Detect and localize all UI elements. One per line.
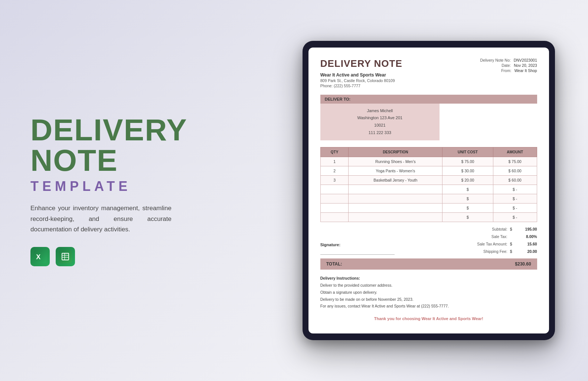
- signature-line: [320, 254, 395, 255]
- totals-right: Subtotal: $ 195.00 Sale Tax: 8.00% Sale …: [441, 226, 537, 255]
- left-panel: DELIVERY NOTE TEMPLATE Enhance your inve…: [16, 115, 270, 267]
- col-qty: QTY: [320, 147, 349, 157]
- item-unit-cost: $: [442, 203, 493, 212]
- shipping-value: 20.00: [515, 249, 537, 254]
- item-unit-cost: $ 30.00: [442, 166, 493, 175]
- item-description: Yoga Pants - Women's: [349, 166, 442, 175]
- item-unit-cost: $ 20.00: [442, 175, 493, 185]
- deliver-to-body: James Michell Washington 123 Ave 201 100…: [320, 104, 440, 140]
- subtotal-value: 195.00: [515, 227, 537, 231]
- tablet-frame: DELIVERY NOTE Wear It Active and Sports …: [303, 41, 555, 341]
- item-qty: [320, 212, 349, 222]
- deliver-to-section: DELIVER TO: James Michell Washington 123…: [320, 95, 537, 140]
- signature-block: Signature:: [320, 242, 395, 255]
- instructions-title: Delivery Instructions:: [320, 275, 537, 282]
- from-label: From:: [501, 68, 511, 73]
- company-name: Wear It Active and Sports Wear: [320, 72, 402, 78]
- item-amount: $ -: [493, 185, 537, 194]
- date-label: Date:: [502, 63, 511, 68]
- col-description: DESCRIPTION: [349, 147, 442, 157]
- deliver-to-header: DELIVER TO:: [320, 95, 537, 104]
- sale-tax-amount-dollar: $: [507, 242, 515, 246]
- table-row: 3 Basketball Jersey - Youth $ 20.00 $ 60…: [320, 175, 537, 185]
- item-description: Basketball Jersey - Youth: [349, 175, 442, 185]
- table-row: $ $ -: [320, 212, 537, 222]
- table-row: $ $ -: [320, 185, 537, 194]
- item-description: [349, 185, 442, 194]
- item-qty: 2: [320, 166, 349, 175]
- sale-tax-amount-row: Sale Tax Amount: $ 15.60: [441, 241, 537, 247]
- table-row: $ $ -: [320, 203, 537, 212]
- recipient-phone: 111 222 333: [325, 129, 435, 137]
- item-description: [349, 194, 442, 203]
- doc-title: DELIVERY NOTE: [320, 58, 402, 69]
- item-unit-cost: $: [442, 185, 493, 194]
- instruction-4: For any issues, contact Wear It Active a…: [320, 303, 537, 310]
- instruction-2: Obtain a signature upon delivery.: [320, 289, 537, 296]
- col-amount: AMOUNT: [493, 147, 537, 157]
- item-amount: $ -: [493, 203, 537, 212]
- doc-header-right: Delivery Note No: DNV2023001 Date: Nov 2…: [480, 58, 537, 88]
- subtotal-row: Subtotal: $ 195.00: [441, 226, 537, 232]
- company-address: 809 Park St., Castle Rock, Colorado 8010…: [320, 78, 402, 83]
- note-number-label: Delivery Note No:: [480, 58, 510, 62]
- tablet-screen: DELIVERY NOTE Wear It Active and Sports …: [308, 48, 549, 334]
- item-unit-cost: $: [442, 212, 493, 222]
- signature-label: Signature:: [320, 242, 340, 247]
- sale-tax-label: Sale Tax:: [441, 234, 507, 239]
- col-unit-cost: UNIT COST: [442, 147, 493, 157]
- item-description: Running Shoes - Men's: [349, 157, 442, 166]
- total-bar-value: $230.60: [515, 261, 531, 267]
- description-text: Enhance your inventory management, strea…: [30, 203, 172, 235]
- thank-you: Thank you for choosing Wear It Active an…: [320, 314, 537, 323]
- sale-tax-amount-label: Sale Tax Amount:: [441, 242, 507, 246]
- instruction-1: Deliver to the provided customer address…: [320, 282, 537, 289]
- shipping-row: Shipping Fee: $ 20.00: [441, 248, 537, 255]
- item-amount: $ 75.00: [493, 157, 537, 166]
- svg-rect-2: [59, 250, 72, 263]
- title-block: DELIVERY NOTE TEMPLATE: [30, 115, 270, 194]
- recipient-address2: 10021: [325, 122, 435, 129]
- doc-header: DELIVERY NOTE Wear It Active and Sports …: [320, 58, 537, 88]
- title-line2: NOTE: [30, 145, 270, 176]
- sale-tax-row: Sale Tax: 8.00%: [441, 233, 537, 240]
- item-amount: $ -: [493, 194, 537, 203]
- total-bar-label: TOTAL:: [326, 261, 342, 267]
- instruction-3: Delivery to be made on or before Novembe…: [320, 296, 537, 303]
- document: DELIVERY NOTE Wear It Active and Sports …: [308, 48, 549, 334]
- item-amount: $ 60.00: [493, 166, 537, 175]
- shipping-dollar: $: [507, 249, 515, 254]
- item-description: [349, 203, 442, 212]
- subtotal-label: Subtotal:: [441, 227, 507, 231]
- sale-tax-value: 8.00%: [515, 234, 537, 239]
- total-bar: TOTAL: $230.60: [320, 258, 537, 270]
- from-value: Wear It Shop: [514, 68, 537, 73]
- instructions-section: Delivery Instructions: Deliver to the pr…: [320, 275, 537, 310]
- recipient-name: James Michell: [325, 107, 435, 115]
- date-value: Nov 20, 2023: [514, 63, 537, 68]
- sheets-icon[interactable]: [56, 247, 75, 266]
- table-row: 2 Yoga Pants - Women's $ 30.00 $ 60.00: [320, 166, 537, 175]
- title-line1: DELIVERY: [30, 115, 270, 145]
- subtotal-dollar: $: [507, 227, 515, 231]
- items-table: QTY DESCRIPTION UNIT COST AMOUNT 1 Runni…: [320, 147, 537, 222]
- right-panel: DELIVERY NOTE Wear It Active and Sports …: [285, 41, 572, 341]
- item-description: [349, 212, 442, 222]
- title-template: TEMPLATE: [30, 179, 270, 194]
- shipping-label: Shipping Fee:: [441, 249, 507, 254]
- item-amount: $ 60.00: [493, 175, 537, 185]
- item-qty: [320, 194, 349, 203]
- note-number: DNV2023001: [514, 58, 537, 62]
- item-qty: 3: [320, 175, 349, 185]
- item-qty: 1: [320, 157, 349, 166]
- totals-section: Signature: Subtotal: $ 195.00 Sal: [320, 226, 537, 255]
- doc-header-left: DELIVERY NOTE Wear It Active and Sports …: [320, 58, 402, 88]
- sale-tax-amount-value: 15.60: [515, 242, 537, 246]
- item-amount: $ -: [493, 212, 537, 222]
- excel-icon[interactable]: X: [30, 247, 50, 266]
- item-qty: [320, 185, 349, 194]
- svg-text:X: X: [36, 254, 40, 261]
- item-unit-cost: $ 75.00: [442, 157, 493, 166]
- item-unit-cost: $: [442, 194, 493, 203]
- table-row: 1 Running Shoes - Men's $ 75.00 $ 75.00: [320, 157, 537, 166]
